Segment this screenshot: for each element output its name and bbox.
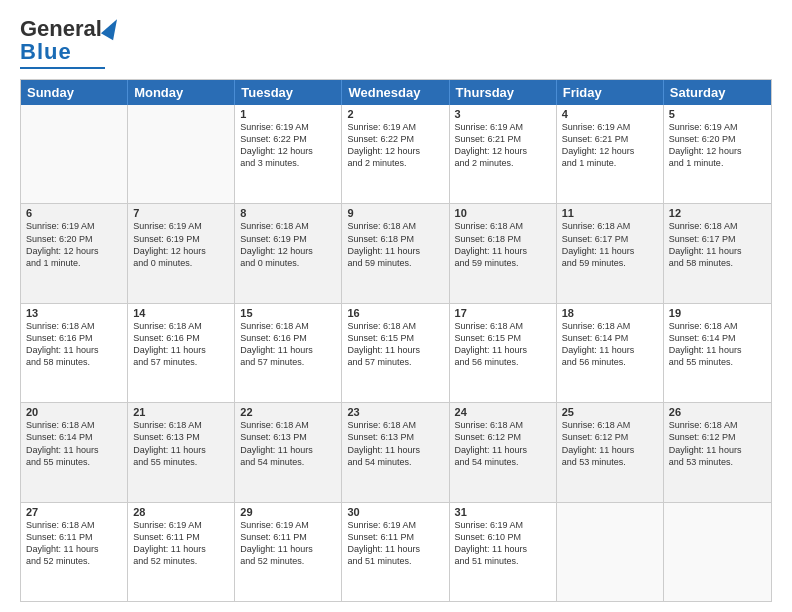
day-number: 15 (240, 307, 336, 319)
day-number: 8 (240, 207, 336, 219)
day-info: Sunrise: 6:18 AM Sunset: 6:14 PM Dayligh… (669, 320, 766, 369)
day-info: Sunrise: 6:19 AM Sunset: 6:11 PM Dayligh… (347, 519, 443, 568)
day-number: 2 (347, 108, 443, 120)
calendar-cell-1-3: 9Sunrise: 6:18 AM Sunset: 6:18 PM Daylig… (342, 204, 449, 302)
day-info: Sunrise: 6:19 AM Sunset: 6:21 PM Dayligh… (562, 121, 658, 170)
calendar-cell-4-2: 29Sunrise: 6:19 AM Sunset: 6:11 PM Dayli… (235, 503, 342, 601)
day-number: 30 (347, 506, 443, 518)
day-number: 10 (455, 207, 551, 219)
day-number: 24 (455, 406, 551, 418)
calendar-row-0: 1Sunrise: 6:19 AM Sunset: 6:22 PM Daylig… (21, 105, 771, 203)
logo-blue: Blue (20, 39, 72, 65)
calendar-header: SundayMondayTuesdayWednesdayThursdayFrid… (21, 80, 771, 105)
calendar-cell-0-0 (21, 105, 128, 203)
header-cell-sunday: Sunday (21, 80, 128, 105)
calendar-cell-2-4: 17Sunrise: 6:18 AM Sunset: 6:15 PM Dayli… (450, 304, 557, 402)
calendar-cell-3-6: 26Sunrise: 6:18 AM Sunset: 6:12 PM Dayli… (664, 403, 771, 501)
day-number: 6 (26, 207, 122, 219)
calendar-cell-0-1 (128, 105, 235, 203)
day-number: 1 (240, 108, 336, 120)
day-info: Sunrise: 6:18 AM Sunset: 6:19 PM Dayligh… (240, 220, 336, 269)
day-info: Sunrise: 6:18 AM Sunset: 6:14 PM Dayligh… (562, 320, 658, 369)
calendar-cell-1-1: 7Sunrise: 6:19 AM Sunset: 6:19 PM Daylig… (128, 204, 235, 302)
day-number: 22 (240, 406, 336, 418)
day-info: Sunrise: 6:18 AM Sunset: 6:13 PM Dayligh… (347, 419, 443, 468)
day-number: 4 (562, 108, 658, 120)
calendar-body: 1Sunrise: 6:19 AM Sunset: 6:22 PM Daylig… (21, 105, 771, 601)
calendar-cell-2-3: 16Sunrise: 6:18 AM Sunset: 6:15 PM Dayli… (342, 304, 449, 402)
header-cell-saturday: Saturday (664, 80, 771, 105)
calendar-cell-3-1: 21Sunrise: 6:18 AM Sunset: 6:13 PM Dayli… (128, 403, 235, 501)
day-info: Sunrise: 6:18 AM Sunset: 6:12 PM Dayligh… (455, 419, 551, 468)
day-number: 16 (347, 307, 443, 319)
day-number: 20 (26, 406, 122, 418)
calendar-cell-1-5: 11Sunrise: 6:18 AM Sunset: 6:17 PM Dayli… (557, 204, 664, 302)
header-cell-thursday: Thursday (450, 80, 557, 105)
day-info: Sunrise: 6:18 AM Sunset: 6:13 PM Dayligh… (240, 419, 336, 468)
day-info: Sunrise: 6:18 AM Sunset: 6:11 PM Dayligh… (26, 519, 122, 568)
day-info: Sunrise: 6:18 AM Sunset: 6:16 PM Dayligh… (26, 320, 122, 369)
calendar-cell-0-5: 4Sunrise: 6:19 AM Sunset: 6:21 PM Daylig… (557, 105, 664, 203)
calendar-cell-4-1: 28Sunrise: 6:19 AM Sunset: 6:11 PM Dayli… (128, 503, 235, 601)
calendar-cell-2-6: 19Sunrise: 6:18 AM Sunset: 6:14 PM Dayli… (664, 304, 771, 402)
day-number: 14 (133, 307, 229, 319)
header-cell-wednesday: Wednesday (342, 80, 449, 105)
day-info: Sunrise: 6:18 AM Sunset: 6:15 PM Dayligh… (455, 320, 551, 369)
day-number: 17 (455, 307, 551, 319)
calendar-cell-0-4: 3Sunrise: 6:19 AM Sunset: 6:21 PM Daylig… (450, 105, 557, 203)
day-number: 19 (669, 307, 766, 319)
calendar-cell-0-3: 2Sunrise: 6:19 AM Sunset: 6:22 PM Daylig… (342, 105, 449, 203)
day-info: Sunrise: 6:19 AM Sunset: 6:10 PM Dayligh… (455, 519, 551, 568)
day-info: Sunrise: 6:18 AM Sunset: 6:17 PM Dayligh… (562, 220, 658, 269)
calendar-cell-0-2: 1Sunrise: 6:19 AM Sunset: 6:22 PM Daylig… (235, 105, 342, 203)
calendar-cell-1-6: 12Sunrise: 6:18 AM Sunset: 6:17 PM Dayli… (664, 204, 771, 302)
calendar-cell-3-5: 25Sunrise: 6:18 AM Sunset: 6:12 PM Dayli… (557, 403, 664, 501)
calendar-row-4: 27Sunrise: 6:18 AM Sunset: 6:11 PM Dayli… (21, 502, 771, 601)
calendar-cell-1-2: 8Sunrise: 6:18 AM Sunset: 6:19 PM Daylig… (235, 204, 342, 302)
calendar-row-2: 13Sunrise: 6:18 AM Sunset: 6:16 PM Dayli… (21, 303, 771, 402)
day-number: 23 (347, 406, 443, 418)
day-number: 28 (133, 506, 229, 518)
calendar-cell-4-5 (557, 503, 664, 601)
day-info: Sunrise: 6:19 AM Sunset: 6:20 PM Dayligh… (669, 121, 766, 170)
day-info: Sunrise: 6:18 AM Sunset: 6:16 PM Dayligh… (240, 320, 336, 369)
day-info: Sunrise: 6:18 AM Sunset: 6:12 PM Dayligh… (562, 419, 658, 468)
day-info: Sunrise: 6:18 AM Sunset: 6:16 PM Dayligh… (133, 320, 229, 369)
logo-triangle-icon (101, 16, 123, 40)
logo-underline (20, 67, 105, 69)
calendar-cell-2-5: 18Sunrise: 6:18 AM Sunset: 6:14 PM Dayli… (557, 304, 664, 402)
day-info: Sunrise: 6:18 AM Sunset: 6:18 PM Dayligh… (347, 220, 443, 269)
day-info: Sunrise: 6:18 AM Sunset: 6:18 PM Dayligh… (455, 220, 551, 269)
day-number: 7 (133, 207, 229, 219)
day-info: Sunrise: 6:19 AM Sunset: 6:20 PM Dayligh… (26, 220, 122, 269)
calendar-cell-4-0: 27Sunrise: 6:18 AM Sunset: 6:11 PM Dayli… (21, 503, 128, 601)
header-cell-friday: Friday (557, 80, 664, 105)
day-info: Sunrise: 6:19 AM Sunset: 6:22 PM Dayligh… (347, 121, 443, 170)
day-number: 11 (562, 207, 658, 219)
day-info: Sunrise: 6:19 AM Sunset: 6:22 PM Dayligh… (240, 121, 336, 170)
calendar-cell-3-0: 20Sunrise: 6:18 AM Sunset: 6:14 PM Dayli… (21, 403, 128, 501)
header-cell-monday: Monday (128, 80, 235, 105)
day-info: Sunrise: 6:18 AM Sunset: 6:17 PM Dayligh… (669, 220, 766, 269)
calendar-cell-3-3: 23Sunrise: 6:18 AM Sunset: 6:13 PM Dayli… (342, 403, 449, 501)
calendar-cell-2-1: 14Sunrise: 6:18 AM Sunset: 6:16 PM Dayli… (128, 304, 235, 402)
day-number: 31 (455, 506, 551, 518)
day-number: 9 (347, 207, 443, 219)
calendar-row-1: 6Sunrise: 6:19 AM Sunset: 6:20 PM Daylig… (21, 203, 771, 302)
day-number: 21 (133, 406, 229, 418)
day-info: Sunrise: 6:19 AM Sunset: 6:19 PM Dayligh… (133, 220, 229, 269)
calendar-cell-1-4: 10Sunrise: 6:18 AM Sunset: 6:18 PM Dayli… (450, 204, 557, 302)
day-number: 18 (562, 307, 658, 319)
day-number: 12 (669, 207, 766, 219)
day-info: Sunrise: 6:19 AM Sunset: 6:11 PM Dayligh… (133, 519, 229, 568)
calendar-cell-4-3: 30Sunrise: 6:19 AM Sunset: 6:11 PM Dayli… (342, 503, 449, 601)
calendar-cell-2-0: 13Sunrise: 6:18 AM Sunset: 6:16 PM Dayli… (21, 304, 128, 402)
day-number: 29 (240, 506, 336, 518)
page: General Blue SundayMondayTuesdayWednesda… (0, 0, 792, 612)
header-cell-tuesday: Tuesday (235, 80, 342, 105)
calendar-cell-1-0: 6Sunrise: 6:19 AM Sunset: 6:20 PM Daylig… (21, 204, 128, 302)
day-number: 5 (669, 108, 766, 120)
day-info: Sunrise: 6:18 AM Sunset: 6:14 PM Dayligh… (26, 419, 122, 468)
calendar-cell-4-4: 31Sunrise: 6:19 AM Sunset: 6:10 PM Dayli… (450, 503, 557, 601)
calendar-cell-0-6: 5Sunrise: 6:19 AM Sunset: 6:20 PM Daylig… (664, 105, 771, 203)
